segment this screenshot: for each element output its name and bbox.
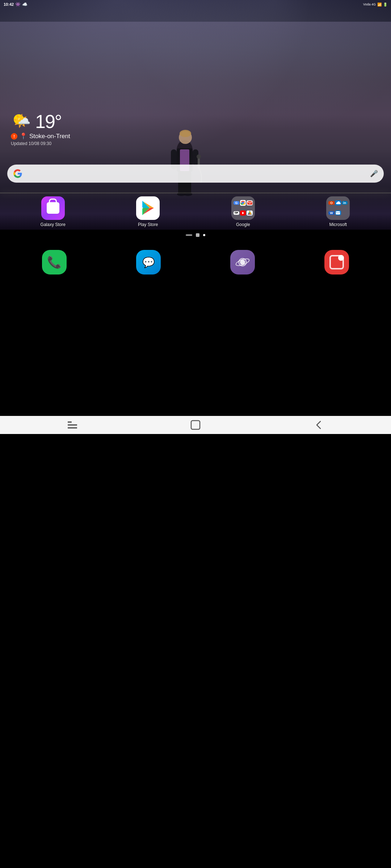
play-store-icon (136, 196, 160, 220)
svg-rect-29 (68, 427, 77, 429)
galaxy-store-label: Galaxy Store (41, 222, 66, 227)
home-icon (190, 420, 196, 430)
messages-glyph: 💬 (142, 256, 155, 268)
app-dock: Galaxy Store (0, 193, 196, 230)
bag-icon (47, 202, 59, 214)
location-pin-icon: 📍 (20, 132, 27, 140)
phone-icon: 📞 (42, 250, 67, 275)
play-store-logo (139, 199, 157, 217)
weather-alert-icon: ! (11, 133, 17, 140)
temperature: 19° (35, 112, 62, 131)
phone-glyph: 📞 (47, 255, 62, 269)
phone-dock-item[interactable]: 📞 (36, 250, 72, 275)
weather-location-row: ! 📍 Stoke-on-Trent (11, 132, 70, 140)
recent-apps-button[interactable] (63, 418, 81, 432)
weather-top: 🌤️ 19° (11, 112, 70, 131)
weather-icon: 🌤️ (11, 114, 31, 130)
notification-icon: 👾 (15, 2, 21, 7)
svg-rect-6 (193, 149, 196, 166)
singer-figure (163, 118, 196, 197)
play-store-label: Play Store (138, 222, 158, 227)
location-text: Stoke-on-Trent (29, 133, 70, 140)
recent-apps-icon (67, 421, 78, 430)
search-bar[interactable]: 🎤 (7, 165, 196, 183)
nav-bar (0, 416, 196, 434)
nav-dot-pages-icon (186, 234, 192, 236)
messages-dock-item[interactable]: 💬 (130, 250, 167, 275)
svg-rect-27 (68, 421, 72, 423)
google-logo (13, 169, 22, 178)
status-bar: 10:42 👾 ☁️ Voda 4G 📶 🔋 (0, 0, 196, 9)
svg-rect-28 (68, 424, 77, 426)
weather-updated: Updated 10/08 09:30 (11, 141, 70, 146)
nav-dots (0, 233, 196, 237)
messages-icon: 💬 (136, 250, 161, 275)
weather-widget: 🌤️ 19° ! 📍 Stoke-on-Trent Updated 10/08 … (11, 112, 70, 146)
galaxy-store-app[interactable]: Galaxy Store (33, 196, 73, 227)
status-left: 10:42 👾 ☁️ (4, 2, 28, 7)
cloud-icon: ☁️ (22, 2, 28, 7)
bottom-dock: 📞 💬 (0, 241, 196, 284)
svg-point-2 (180, 130, 191, 137)
home-button[interactable] (186, 418, 196, 432)
galaxy-store-icon (41, 196, 65, 220)
play-store-app[interactable]: Play Store (128, 196, 168, 227)
svg-rect-30 (191, 421, 196, 429)
time-display: 10:42 (4, 2, 14, 7)
